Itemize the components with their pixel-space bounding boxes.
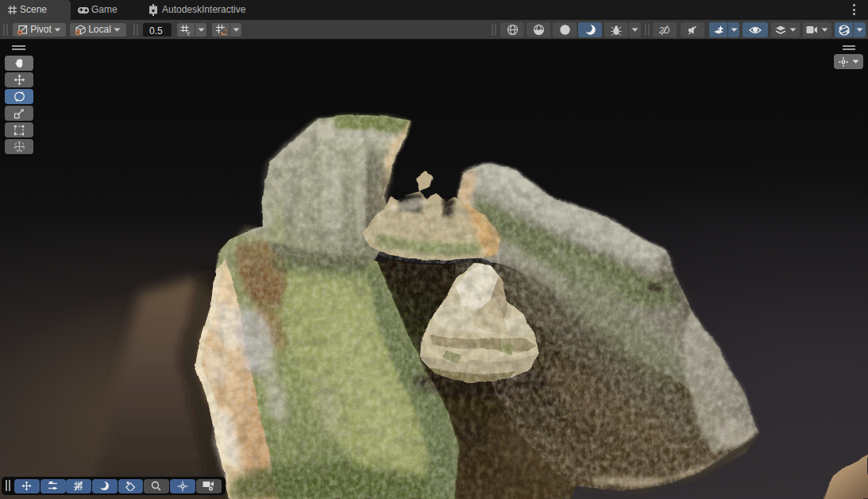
svg-text:Y: Y bbox=[187, 29, 191, 36]
